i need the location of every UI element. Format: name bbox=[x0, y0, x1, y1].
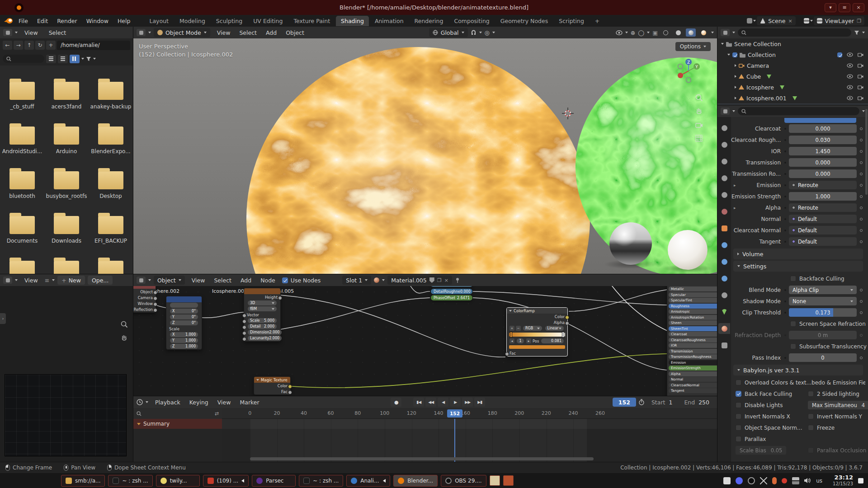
ramp-interpolation[interactable]: Linear bbox=[545, 326, 564, 331]
node-colorramp[interactable]: ColorRamp Color Alpha + − RGB Linear ◂ 1… bbox=[506, 307, 568, 357]
editor-type-shader[interactable] bbox=[137, 277, 146, 284]
ramp-next-stop[interactable]: ▸ bbox=[526, 338, 531, 343]
workspace-tab-animation[interactable]: Animation bbox=[370, 16, 409, 26]
workspace-tab-sculpting[interactable]: Sculpting bbox=[211, 16, 247, 26]
decorate-dot[interactable] bbox=[860, 334, 863, 337]
nav-arrow-button[interactable]: ← bbox=[3, 41, 12, 50]
node-canvas[interactable]: Icosphere.002 Icosphere.002 Material.005… bbox=[133, 286, 717, 396]
freeze-checkbox[interactable] bbox=[808, 425, 814, 431]
taskbar-app-obs[interactable]: OBS 29.... bbox=[441, 475, 486, 487]
viewlayer-selector[interactable]: ViewLayer ❐ bbox=[814, 16, 864, 25]
render-camera-icon[interactable] bbox=[858, 85, 863, 89]
principled-row[interactable]: Alpha bbox=[669, 371, 717, 376]
decorate-dot[interactable] bbox=[860, 127, 863, 130]
menu-edit[interactable]: Edit bbox=[33, 16, 52, 26]
properties-scrollbar[interactable] bbox=[865, 109, 868, 195]
ramp-active-color-swatch[interactable] bbox=[509, 345, 565, 349]
pan-hand-icon[interactable] bbox=[119, 333, 129, 343]
keyboard-layout[interactable]: us bbox=[816, 478, 822, 484]
principled-row[interactable]: Roughness bbox=[669, 304, 717, 309]
chrome-sphere[interactable] bbox=[609, 222, 652, 265]
timeline-menu-item[interactable]: Marker bbox=[236, 398, 263, 407]
dopesheet-tracks[interactable]: 020406080100120140160180200220240260 152 bbox=[222, 408, 717, 462]
transport-button[interactable]: ◀◀ bbox=[425, 398, 436, 407]
nav-arrow-button[interactable]: → bbox=[14, 41, 23, 50]
tray-icon-scissors[interactable] bbox=[760, 477, 767, 484]
tab-constraints[interactable] bbox=[718, 290, 730, 300]
ramp-color-mode[interactable]: RGB bbox=[523, 326, 542, 331]
window-shade-button[interactable]: ▾ bbox=[825, 3, 836, 12]
shader-type-selector[interactable]: Object bbox=[154, 276, 185, 285]
display-horizontal-list-button[interactable] bbox=[58, 55, 68, 63]
clock-icon[interactable] bbox=[137, 399, 143, 405]
auto-keyframe-button[interactable]: ● bbox=[391, 398, 401, 407]
folder-item[interactable]: Desktop bbox=[89, 167, 133, 211]
fake-user-shield-icon[interactable] bbox=[429, 277, 434, 283]
tray-icon-app[interactable] bbox=[723, 477, 731, 484]
shading-rendered-button[interactable] bbox=[698, 28, 708, 37]
viewport-menu-item[interactable]: Object bbox=[282, 28, 308, 38]
principled-row[interactable]: Emission bbox=[669, 360, 717, 365]
pass-index-field[interactable]: 0 bbox=[789, 353, 857, 362]
decorate-dot[interactable] bbox=[860, 195, 863, 198]
shader-menu-item[interactable]: Add bbox=[236, 276, 255, 285]
folder-item[interactable] bbox=[44, 256, 89, 274]
minimized-window-2[interactable] bbox=[503, 475, 514, 486]
taskbar-app-blender[interactable]: Blender... bbox=[393, 475, 438, 487]
use-nodes-checkbox[interactable] bbox=[282, 277, 288, 283]
sss-checkbox[interactable] bbox=[790, 343, 796, 349]
material-browse-icon[interactable] bbox=[374, 277, 379, 283]
decorate-dot[interactable] bbox=[860, 173, 863, 175]
max-simultaneous-field[interactable]: Max Simultaneou4 bbox=[808, 401, 868, 409]
workspace-tab-shading[interactable]: Shading bbox=[336, 16, 369, 26]
taskbar-app-youtube[interactable]: (109) ... bbox=[203, 475, 249, 487]
editor-type-outliner[interactable] bbox=[721, 29, 730, 36]
decorate-dot[interactable] bbox=[860, 184, 863, 187]
workspace-tab-geometry-nodes[interactable]: Geometry Nodes bbox=[495, 16, 553, 26]
transmission-roughness-field[interactable]: 0.000 bbox=[789, 169, 857, 178]
principled-row[interactable]: SpecularTint bbox=[669, 298, 717, 303]
properties-search-input[interactable] bbox=[738, 107, 859, 115]
minimized-window-1[interactable] bbox=[490, 475, 500, 486]
outliner-row-scene-collection[interactable]: Scene Collection bbox=[717, 38, 868, 49]
gizmo-toggle-icon[interactable]: ⊕ bbox=[631, 29, 635, 36]
sidebar-toggle[interactable]: › bbox=[0, 313, 6, 324]
principled-row[interactable]: Clearcoat bbox=[669, 332, 717, 337]
shadow-mode-dropdown[interactable]: None bbox=[789, 297, 857, 305]
image-browse-icon[interactable]: ≡ bbox=[45, 277, 49, 284]
viewport-canvas[interactable]: User Perspective (152) Collection | Icos… bbox=[133, 38, 717, 274]
scene-unlink-icon[interactable]: × bbox=[788, 18, 792, 24]
render-camera-icon[interactable] bbox=[858, 96, 863, 100]
principled-row[interactable]: SheenTint bbox=[669, 326, 717, 331]
ssr-checkbox[interactable] bbox=[790, 321, 796, 327]
transport-button[interactable]: ▶▮ bbox=[474, 398, 485, 407]
tab-modifiers[interactable] bbox=[718, 239, 730, 250]
principled-row[interactable]: AnisotropicRotation bbox=[669, 315, 717, 320]
ramp-prev-stop[interactable]: ◂ bbox=[509, 338, 514, 343]
material-slot-selector[interactable]: Slot 1 bbox=[342, 276, 371, 285]
display-vertical-list-button[interactable] bbox=[46, 55, 56, 63]
section-volume[interactable]: Volume bbox=[733, 249, 863, 259]
exclude-checkbox[interactable] bbox=[837, 52, 842, 57]
folder-item[interactable]: _cb_stuff bbox=[0, 77, 44, 122]
tab-view-layer[interactable] bbox=[718, 173, 730, 183]
outliner-row-icosphere-001[interactable]: Icosphere.001 bbox=[717, 93, 868, 103]
ramp-add-stop-button[interactable]: + bbox=[509, 326, 514, 331]
principled-row[interactable]: ClearcoatRoughness bbox=[669, 338, 717, 343]
image-editor-menu-view[interactable]: View bbox=[20, 276, 42, 285]
ramp-pos-field[interactable]: 0.081 bbox=[541, 338, 564, 343]
partial-slider[interactable] bbox=[784, 118, 856, 123]
shading-material-button[interactable] bbox=[686, 28, 696, 37]
render-camera-icon[interactable] bbox=[858, 74, 863, 79]
image-grid-area[interactable] bbox=[5, 374, 127, 456]
decorate-dot[interactable] bbox=[860, 161, 863, 164]
overlays-toggle-icon[interactable]: ◯ bbox=[638, 29, 644, 36]
workspace-tab-layout[interactable]: Layout bbox=[144, 16, 174, 26]
taskbar-app-twily[interactable]: twily... bbox=[156, 475, 200, 487]
viewport-pan-hand-icon[interactable] bbox=[694, 106, 704, 116]
section-babylon[interactable]: Babylon.js ver 3.3.1 bbox=[733, 365, 863, 375]
timeline-scrollbar[interactable] bbox=[250, 457, 594, 460]
back-face-culling-checkbox[interactable] bbox=[736, 391, 741, 397]
navigation-gizmo[interactable]: Z Y bbox=[674, 56, 703, 85]
playhead-frame-label[interactable]: 152 bbox=[447, 409, 462, 418]
